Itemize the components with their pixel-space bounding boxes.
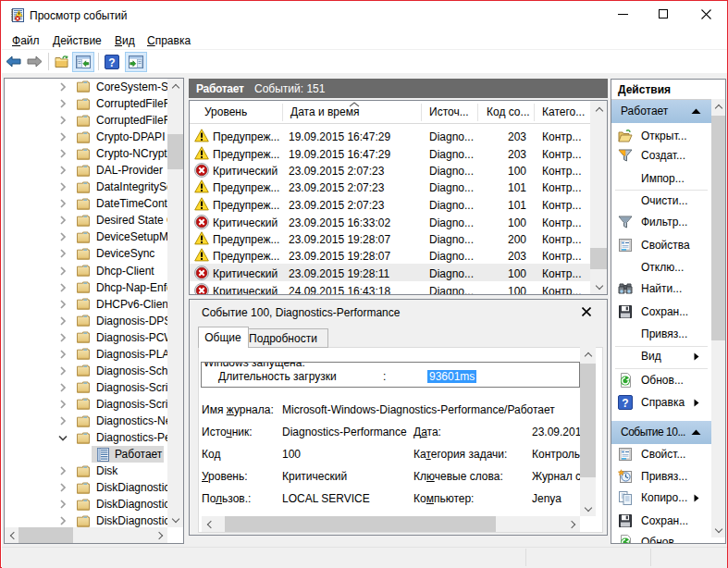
svg-text:?: ? bbox=[622, 397, 628, 410]
svg-text:?: ? bbox=[108, 56, 115, 69]
